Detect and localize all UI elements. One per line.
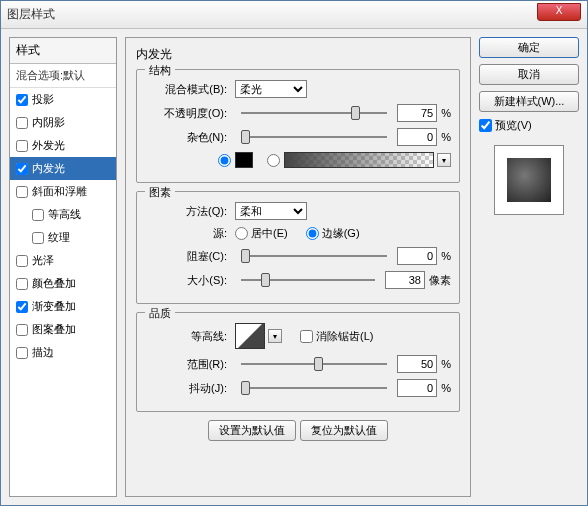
sidebar-item-checkbox[interactable]: [16, 301, 28, 313]
contour-dropdown[interactable]: ▾: [268, 329, 282, 343]
range-slider[interactable]: [241, 356, 387, 372]
opacity-unit: %: [441, 107, 451, 119]
contour-label: 等高线:: [145, 329, 231, 344]
size-label: 大小(S):: [145, 273, 231, 288]
cancel-button[interactable]: 取消: [479, 64, 579, 85]
quality-legend: 品质: [145, 306, 175, 321]
size-input[interactable]: [385, 271, 425, 289]
sidebar-item-label: 外发光: [32, 138, 65, 153]
sidebar-item-label: 描边: [32, 345, 54, 360]
sidebar-item-checkbox[interactable]: [16, 324, 28, 336]
titlebar[interactable]: 图层样式 X: [1, 1, 587, 29]
sidebar-item-checkbox[interactable]: [16, 94, 28, 106]
sidebar-item-checkbox[interactable]: [32, 232, 44, 244]
sidebar-item-11[interactable]: 描边: [10, 341, 116, 364]
sidebar-item-label: 纹理: [48, 230, 70, 245]
choke-unit: %: [441, 250, 451, 262]
blend-options[interactable]: 混合选项:默认: [10, 64, 116, 88]
jitter-slider[interactable]: [241, 380, 387, 396]
range-input[interactable]: [397, 355, 437, 373]
style-list: 样式 混合选项:默认 投影内阴影外发光内发光斜面和浮雕等高线纹理光泽颜色叠加渐变…: [9, 37, 117, 497]
source-label: 源:: [145, 226, 231, 241]
quality-group: 品质 等高线: ▾ 消除锯齿(L) 范围(R): % 抖动(J):: [136, 312, 460, 412]
sidebar-item-checkbox[interactable]: [16, 186, 28, 198]
jitter-unit: %: [441, 382, 451, 394]
sidebar-item-checkbox[interactable]: [16, 278, 28, 290]
panel-title: 内发光: [136, 46, 460, 63]
elements-legend: 图素: [145, 185, 175, 200]
reset-default-button[interactable]: 复位为默认值: [300, 420, 388, 441]
sidebar-item-10[interactable]: 图案叠加: [10, 318, 116, 341]
opacity-slider[interactable]: [241, 105, 387, 121]
noise-label: 杂色(N):: [145, 130, 231, 145]
opacity-input[interactable]: [397, 104, 437, 122]
method-label: 方法(Q):: [145, 204, 231, 219]
choke-input[interactable]: [397, 247, 437, 265]
noise-input[interactable]: [397, 128, 437, 146]
window-title: 图层样式: [7, 6, 55, 23]
sidebar-item-label: 图案叠加: [32, 322, 76, 337]
make-default-button[interactable]: 设置为默认值: [208, 420, 296, 441]
choke-slider[interactable]: [241, 248, 387, 264]
sidebar-item-checkbox[interactable]: [16, 117, 28, 129]
sidebar-item-label: 光泽: [32, 253, 54, 268]
sidebar-item-4[interactable]: 斜面和浮雕: [10, 180, 116, 203]
preview-checkbox[interactable]: 预览(V): [479, 118, 579, 133]
sidebar-item-2[interactable]: 外发光: [10, 134, 116, 157]
color-swatch[interactable]: [235, 152, 253, 168]
noise-unit: %: [441, 131, 451, 143]
range-label: 范围(R):: [145, 357, 231, 372]
sidebar-item-checkbox[interactable]: [16, 163, 28, 175]
sidebar-item-6[interactable]: 纹理: [10, 226, 116, 249]
size-unit: 像素: [429, 273, 451, 288]
sidebar-item-checkbox[interactable]: [32, 209, 44, 221]
sidebar-item-3[interactable]: 内发光: [10, 157, 116, 180]
sidebar-item-label: 颜色叠加: [32, 276, 76, 291]
source-center-radio[interactable]: 居中(E): [235, 226, 288, 241]
sidebar-item-7[interactable]: 光泽: [10, 249, 116, 272]
sidebar-item-5[interactable]: 等高线: [10, 203, 116, 226]
main-panel: 内发光 结构 混合模式(B): 柔光 不透明度(O): % 杂色(N):: [125, 37, 471, 497]
contour-swatch[interactable]: [235, 323, 265, 349]
new-style-button[interactable]: 新建样式(W)...: [479, 91, 579, 112]
range-unit: %: [441, 358, 451, 370]
sidebar-item-9[interactable]: 渐变叠加: [10, 295, 116, 318]
sidebar-item-label: 投影: [32, 92, 54, 107]
gradient-swatch[interactable]: [284, 152, 434, 168]
gradient-dropdown[interactable]: ▾: [437, 153, 451, 167]
sidebar-item-checkbox[interactable]: [16, 255, 28, 267]
noise-slider[interactable]: [241, 129, 387, 145]
gradient-source-radio[interactable]: [267, 154, 280, 167]
preview-thumbnail: [507, 158, 551, 202]
close-button[interactable]: X: [537, 3, 581, 21]
choke-label: 阻塞(C):: [145, 249, 231, 264]
preview-box: [494, 145, 564, 215]
jitter-input[interactable]: [397, 379, 437, 397]
color-source-radio[interactable]: [218, 154, 231, 167]
sidebar-item-1[interactable]: 内阴影: [10, 111, 116, 134]
opacity-label: 不透明度(O):: [145, 106, 231, 121]
ok-button[interactable]: 确定: [479, 37, 579, 58]
style-list-header: 样式: [10, 38, 116, 64]
sidebar-item-8[interactable]: 颜色叠加: [10, 272, 116, 295]
sidebar-item-label: 内发光: [32, 161, 65, 176]
sidebar-item-checkbox[interactable]: [16, 140, 28, 152]
elements-group: 图素 方法(Q): 柔和 源: 居中(E) 边缘(G) 阻塞(C): %: [136, 191, 460, 304]
layer-style-dialog: 图层样式 X 样式 混合选项:默认 投影内阴影外发光内发光斜面和浮雕等高线纹理光…: [0, 0, 588, 506]
sidebar-item-0[interactable]: 投影: [10, 88, 116, 111]
sidebar-item-checkbox[interactable]: [16, 347, 28, 359]
blend-mode-label: 混合模式(B):: [145, 82, 231, 97]
sidebar-item-label: 等高线: [48, 207, 81, 222]
size-slider[interactable]: [241, 272, 375, 288]
source-edge-radio[interactable]: 边缘(G): [306, 226, 360, 241]
jitter-label: 抖动(J):: [145, 381, 231, 396]
sidebar-item-label: 内阴影: [32, 115, 65, 130]
structure-legend: 结构: [145, 63, 175, 78]
sidebar-item-label: 渐变叠加: [32, 299, 76, 314]
structure-group: 结构 混合模式(B): 柔光 不透明度(O): % 杂色(N): %: [136, 69, 460, 183]
method-select[interactable]: 柔和: [235, 202, 307, 220]
sidebar-item-label: 斜面和浮雕: [32, 184, 87, 199]
antialias-checkbox[interactable]: 消除锯齿(L): [300, 329, 373, 344]
right-panel: 确定 取消 新建样式(W)... 预览(V): [479, 37, 579, 497]
blend-mode-select[interactable]: 柔光: [235, 80, 307, 98]
